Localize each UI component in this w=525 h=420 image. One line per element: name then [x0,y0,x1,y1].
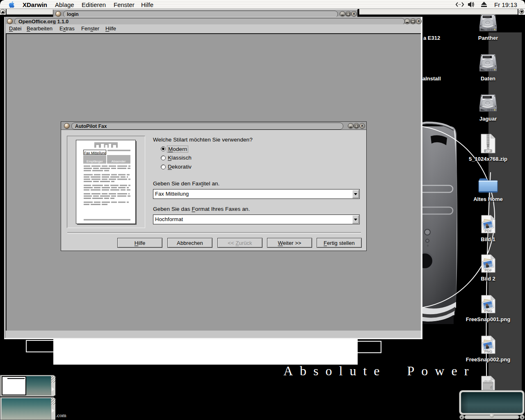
svg-text:PDF: PDF [485,268,493,272]
svg-text:PNG: PNG [484,349,493,354]
svg-text:PNG: PNG [484,309,493,313]
svg-text:Empfänger: Empfänger [87,160,103,163]
svg-text:PDF: PDF [485,229,493,233]
svg-text:Absender: Absender [111,160,126,163]
svg-text:d: d [490,385,492,389]
svg-text:ZIP: ZIP [486,149,491,153]
